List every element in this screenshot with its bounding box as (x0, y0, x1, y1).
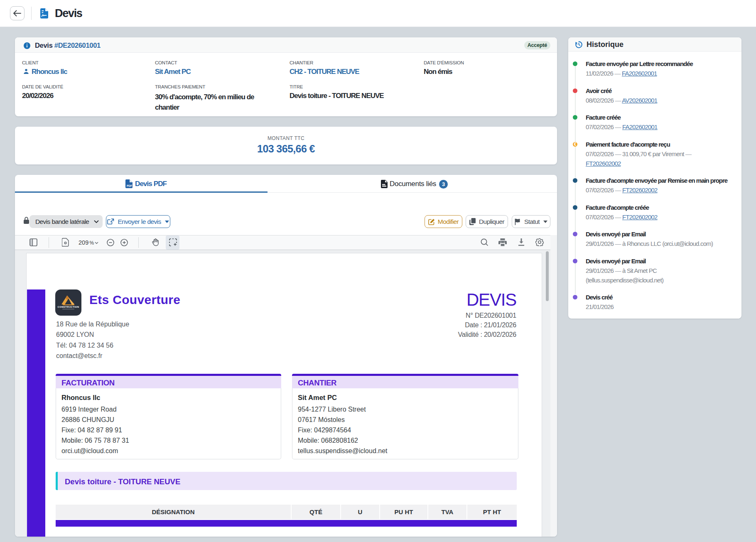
svg-text:CONSTRUCTION: CONSTRUCTION (58, 306, 79, 308)
svg-text:PDF: PDF (127, 184, 132, 187)
